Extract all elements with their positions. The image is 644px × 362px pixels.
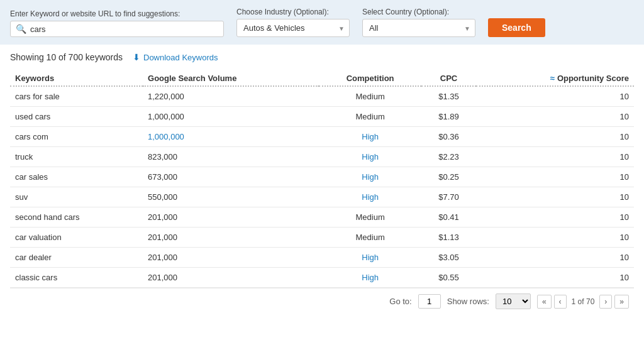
goto-label: Go to: bbox=[389, 297, 411, 306]
next-page-button[interactable]: › bbox=[599, 295, 612, 309]
cell-keyword: car valuation bbox=[10, 228, 143, 248]
cell-competition: Medium bbox=[319, 207, 421, 228]
industry-label: Choose Industry (Optional): bbox=[236, 8, 350, 16]
cell-opportunity: 10 bbox=[476, 107, 634, 127]
cell-cpc: $2.23 bbox=[421, 147, 475, 167]
cell-competition: High bbox=[319, 268, 421, 288]
cell-volume: 201,000 bbox=[143, 248, 319, 268]
table-row: used cars 1,000,000 Medium $1.89 10 bbox=[10, 107, 634, 127]
cell-competition: High bbox=[319, 127, 421, 147]
cell-competition: High bbox=[319, 187, 421, 207]
first-page-button[interactable]: « bbox=[537, 295, 552, 309]
cell-opportunity: 10 bbox=[476, 187, 634, 207]
table-row: classic cars 201,000 High $0.55 10 bbox=[10, 268, 634, 288]
cell-volume: 673,000 bbox=[143, 167, 319, 187]
industry-field-group: Choose Industry (Optional): Autos & Vehi… bbox=[236, 8, 350, 37]
keyword-label: Enter Keyword or website URL to find sug… bbox=[10, 9, 224, 18]
search-button[interactable]: Search bbox=[488, 18, 545, 37]
cell-cpc: $1.35 bbox=[421, 86, 475, 107]
cell-opportunity: 10 bbox=[476, 86, 634, 107]
table-footer: Go to: Show rows: 10 25 50 100 « ‹ 1 of … bbox=[10, 288, 634, 314]
cell-volume: 1,000,000 bbox=[143, 127, 319, 147]
country-select-wrapper: All United States United Kingdom Austral… bbox=[362, 19, 475, 37]
cell-opportunity: 10 bbox=[476, 228, 634, 248]
cell-cpc: $0.55 bbox=[421, 268, 475, 288]
cell-keyword: cars com bbox=[10, 127, 143, 147]
cell-cpc: $0.41 bbox=[421, 207, 475, 228]
industry-select[interactable]: Autos & Vehicles All Industries Business… bbox=[236, 19, 350, 37]
cell-cpc: $0.25 bbox=[421, 167, 475, 187]
keywords-table: Keywords Google Search Volume Competitio… bbox=[10, 70, 634, 288]
cell-opportunity: 10 bbox=[476, 268, 634, 288]
cell-keyword: car sales bbox=[10, 167, 143, 187]
table-row: suv 550,000 High $7.70 10 bbox=[10, 187, 634, 207]
cell-competition: High bbox=[319, 167, 421, 187]
cell-opportunity: 10 bbox=[476, 167, 634, 187]
cell-keyword: used cars bbox=[10, 107, 143, 127]
cell-cpc: $7.70 bbox=[421, 187, 475, 207]
cell-volume: 201,000 bbox=[143, 207, 319, 228]
cell-competition: Medium bbox=[319, 107, 421, 127]
cell-cpc: $3.05 bbox=[421, 248, 475, 268]
cell-volume: 550,000 bbox=[143, 187, 319, 207]
col-volume: Google Search Volume bbox=[143, 70, 319, 86]
col-competition: Competition bbox=[319, 70, 421, 86]
keyword-field-group: Enter Keyword or website URL to find sug… bbox=[10, 9, 224, 37]
top-bar: Enter Keyword or website URL to find sug… bbox=[0, 0, 644, 45]
download-icon: ⬇ bbox=[133, 52, 140, 62]
last-page-button[interactable]: » bbox=[614, 295, 629, 309]
cell-opportunity: 10 bbox=[476, 248, 634, 268]
cell-keyword: car dealer bbox=[10, 248, 143, 268]
cell-volume: 1,220,000 bbox=[143, 86, 319, 107]
cell-opportunity: 10 bbox=[476, 127, 634, 147]
table-row: car dealer 201,000 High $3.05 10 bbox=[10, 248, 634, 268]
cell-keyword: truck bbox=[10, 147, 143, 167]
table-row: truck 823,000 High $2.23 10 bbox=[10, 147, 634, 167]
cell-cpc: $1.89 bbox=[421, 107, 475, 127]
keyword-input[interactable] bbox=[30, 25, 218, 34]
show-rows-label: Show rows: bbox=[447, 297, 489, 306]
col-cpc: CPC bbox=[421, 70, 475, 86]
table-row: car sales 673,000 High $0.25 10 bbox=[10, 167, 634, 187]
cell-keyword: cars for sale bbox=[10, 86, 143, 107]
col-opportunity: ≈Opportunity Score bbox=[476, 70, 634, 86]
cell-volume: 201,000 bbox=[143, 228, 319, 248]
cell-competition: Medium bbox=[319, 86, 421, 107]
cell-volume: 823,000 bbox=[143, 147, 319, 167]
pagination: « ‹ 1 of 70 › » bbox=[537, 295, 629, 309]
pagination-info: 1 of 70 bbox=[569, 297, 597, 306]
cell-keyword: classic cars bbox=[10, 268, 143, 288]
cell-volume: 201,000 bbox=[143, 268, 319, 288]
goto-input[interactable] bbox=[418, 294, 441, 309]
keyword-input-wrapper: 🔍 bbox=[10, 21, 224, 37]
cell-opportunity: 10 bbox=[476, 207, 634, 228]
table-row: car valuation 201,000 Medium $1.13 10 bbox=[10, 228, 634, 248]
table-row: cars com 1,000,000 High $0.36 10 bbox=[10, 127, 634, 147]
cell-volume: 1,000,000 bbox=[143, 107, 319, 127]
cell-competition: High bbox=[319, 248, 421, 268]
download-keywords-link[interactable]: ⬇ Download Keywords bbox=[133, 52, 218, 62]
cell-opportunity: 10 bbox=[476, 147, 634, 167]
cell-cpc: $1.13 bbox=[421, 228, 475, 248]
cell-keyword: suv bbox=[10, 187, 143, 207]
cell-competition: Medium bbox=[319, 228, 421, 248]
search-icon: 🔍 bbox=[16, 24, 26, 34]
cell-competition: High bbox=[319, 147, 421, 167]
download-label: Download Keywords bbox=[143, 53, 218, 62]
results-count: Showing 10 of 700 keywords bbox=[10, 52, 123, 62]
cell-cpc: $0.36 bbox=[421, 127, 475, 147]
industry-select-wrapper: Autos & Vehicles All Industries Business… bbox=[236, 19, 350, 37]
prev-page-button[interactable]: ‹ bbox=[554, 295, 567, 309]
country-select[interactable]: All United States United Kingdom Austral… bbox=[362, 19, 475, 37]
content-area: Showing 10 of 700 keywords ⬇ Download Ke… bbox=[0, 45, 644, 314]
col-keywords: Keywords bbox=[10, 70, 143, 86]
results-bar: Showing 10 of 700 keywords ⬇ Download Ke… bbox=[10, 52, 634, 62]
cell-keyword: second hand cars bbox=[10, 207, 143, 228]
table-row: second hand cars 201,000 Medium $0.41 10 bbox=[10, 207, 634, 228]
table-header-row: Keywords Google Search Volume Competitio… bbox=[10, 70, 634, 86]
country-field-group: Select Country (Optional): All United St… bbox=[362, 8, 475, 37]
rows-per-page-select[interactable]: 10 25 50 100 bbox=[496, 293, 531, 309]
table-row: cars for sale 1,220,000 Medium $1.35 10 bbox=[10, 86, 634, 107]
opportunity-icon: ≈ bbox=[550, 74, 555, 83]
country-label: Select Country (Optional): bbox=[362, 8, 475, 16]
